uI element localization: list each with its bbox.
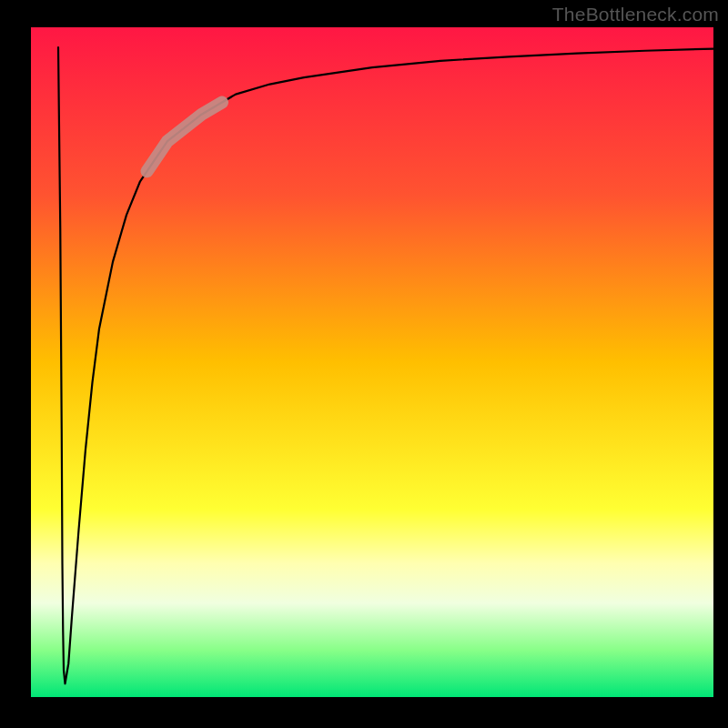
bottleneck-chart [0,0,728,728]
svg-rect-1 [31,27,713,697]
chart-container: TheBottleneck.com [0,0,728,728]
watermark-text: TheBottleneck.com [552,4,719,25]
